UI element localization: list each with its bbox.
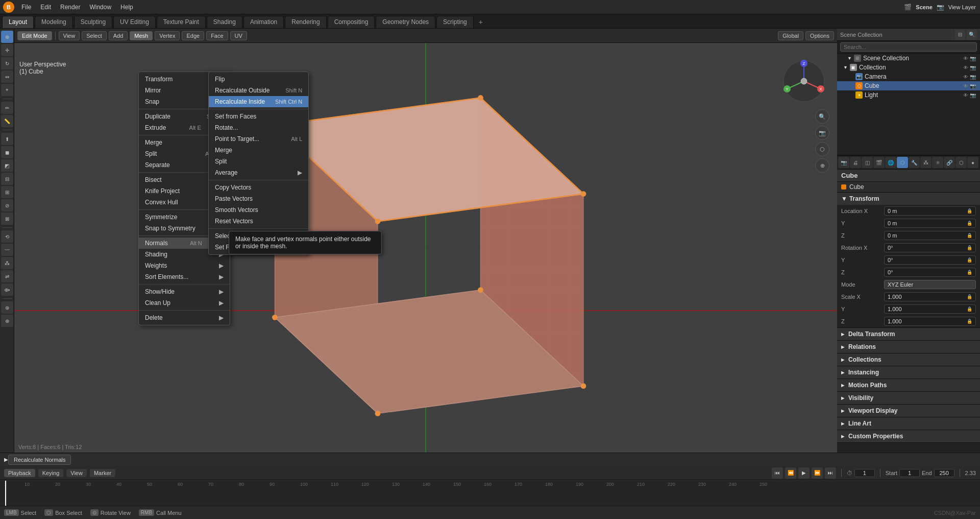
props-tab-view-layer[interactable]: ◫ — [862, 157, 873, 168]
submenu-reset-vectors[interactable]: Reset Vectors — [209, 216, 308, 227]
bevel-tool[interactable]: ◩ — [1, 159, 13, 172]
submenu-split-normals[interactable]: Split — [209, 156, 308, 167]
shear-tool[interactable]: ⟴ — [1, 284, 13, 296]
submenu-point-to-target[interactable]: Point to Target... Alt L — [209, 133, 308, 145]
transform-space-dropdown[interactable]: Global — [778, 31, 803, 40]
viewport-display-header[interactable]: Viewport Display — [837, 405, 980, 417]
annotate-tool[interactable]: ✏ — [1, 102, 13, 114]
location-x-lock[interactable]: 🔒 — [967, 208, 972, 214]
outliner-item-cube[interactable]: ⬡ Cube 👁 📷 — [837, 81, 980, 90]
menu-help[interactable]: Help — [116, 2, 137, 12]
outliner-search-btn[interactable]: 🔍 — [967, 30, 977, 40]
perspective-toggle[interactable]: ⬡ — [815, 142, 829, 156]
tab-rendering[interactable]: Rendering — [285, 16, 326, 28]
step-back-btn[interactable]: ⏪ — [785, 467, 796, 479]
header-uv[interactable]: UV — [230, 31, 247, 40]
props-tab-scene[interactable]: 🎬 — [873, 157, 885, 168]
header-vertex[interactable]: Vertex — [155, 31, 180, 40]
instancing-header[interactable]: Instancing — [837, 366, 980, 379]
push-pull-tool[interactable]: ⊕ — [1, 315, 13, 327]
spin-tool[interactable]: ⟲ — [1, 230, 13, 243]
props-tab-physics[interactable]: ⚛ — [932, 157, 943, 168]
submenu-rotate[interactable]: Rotate... — [209, 122, 308, 133]
scale-y-value[interactable]: 1.000 🔒 — [884, 304, 976, 314]
scale-z-value[interactable]: 1.000 🔒 — [884, 317, 976, 326]
transform-section-header[interactable]: ▼ Transform — [837, 193, 980, 205]
view-layer-label[interactable]: View Layer — [948, 4, 976, 10]
cube-render-toggle[interactable]: 📷 — [970, 83, 976, 89]
props-tab-render[interactable]: 📷 — [838, 157, 849, 168]
measure-tool[interactable]: 📏 — [1, 115, 13, 127]
outliner-item-collection[interactable]: ▼ ▣ Collection 👁 📷 — [837, 63, 980, 72]
slide-relax-tool[interactable]: ⇌ — [1, 270, 13, 282]
menu-sort-elements[interactable]: Sort Elements... ▶ — [139, 271, 230, 282]
scale-x-lock[interactable]: 🔒 — [967, 294, 972, 299]
navigation-gizmo[interactable]: Z X Y — [781, 58, 827, 104]
tab-sculpting[interactable]: Sculpting — [74, 16, 112, 28]
light-vis-toggle[interactable]: 👁 — [963, 92, 968, 98]
shrink-fatten-tool[interactable]: ⊛ — [1, 301, 13, 314]
loop-cut-tool[interactable]: ⊟ — [1, 173, 13, 185]
rotation-z-lock[interactable]: 🔒 — [967, 270, 972, 275]
rotation-y-value[interactable]: 0° 🔒 — [884, 255, 976, 265]
timeline-playhead[interactable] — [5, 481, 6, 506]
scene-label[interactable]: Scene — [916, 4, 932, 10]
current-frame-input[interactable] — [854, 469, 875, 477]
menu-show-hide[interactable]: Show/Hide ▶ — [139, 286, 230, 297]
offset-tool[interactable]: ⊞ — [1, 186, 13, 198]
end-frame-input[interactable] — [934, 469, 954, 477]
header-select[interactable]: Select — [82, 31, 107, 40]
props-tab-object[interactable]: ⬡ — [897, 157, 908, 168]
edit-mode-dropdown[interactable]: Edit Mode — [17, 31, 52, 40]
camera-render-toggle[interactable]: 📷 — [970, 74, 976, 80]
keying-btn[interactable]: Keying — [38, 469, 64, 477]
collection-vis-toggle[interactable]: 👁 — [963, 65, 968, 70]
props-tab-material[interactable]: ● — [967, 157, 978, 168]
submenu-recalculate-outside[interactable]: Recalculate Outside Shift N — [209, 85, 308, 96]
menu-file[interactable]: File — [17, 2, 35, 12]
delta-transform-header[interactable]: Delta Transform — [837, 328, 980, 340]
motion-paths-header[interactable]: Motion Paths — [837, 379, 980, 391]
collections-header[interactable]: Collections — [837, 353, 980, 366]
menu-weights[interactable]: Weights ▶ — [139, 260, 230, 271]
blender-logo[interactable]: B — [3, 2, 14, 13]
render-toggle[interactable]: 📷 — [970, 56, 976, 61]
zoom-in-btn[interactable]: 🔍 — [815, 109, 829, 124]
randomize-tool[interactable]: ⁂ — [1, 257, 13, 269]
play-btn[interactable]: ▶ — [798, 467, 810, 479]
knife-tool[interactable]: ⊘ — [1, 199, 13, 211]
header-edge[interactable]: Edge — [182, 31, 204, 40]
props-tab-particles[interactable]: ⁂ — [920, 157, 932, 168]
rotation-z-value[interactable]: 0° 🔒 — [884, 268, 976, 277]
inset-tool[interactable]: ◼ — [1, 146, 13, 158]
rotation-mode-dropdown[interactable]: XYZ Euler — [884, 280, 976, 289]
submenu-flip[interactable]: Flip — [209, 74, 308, 85]
tab-compositing[interactable]: Compositing — [328, 16, 375, 28]
line-art-header[interactable]: Line Art — [837, 417, 980, 430]
location-z-value[interactable]: 0 m 🔒 — [884, 231, 976, 240]
tab-geometry-nodes[interactable]: Geometry Nodes — [376, 16, 435, 28]
transform-tool[interactable]: ⌖ — [1, 84, 13, 96]
visibility-toggle[interactable]: 👁 — [963, 56, 968, 61]
camera-view-btn[interactable]: 📷 — [815, 126, 829, 140]
smooth-tool[interactable]: 〰 — [1, 244, 13, 256]
menu-delete[interactable]: Delete ▶ — [139, 312, 230, 323]
header-face[interactable]: Face — [206, 31, 228, 40]
step-forward-btn[interactable]: ⏩ — [812, 467, 823, 479]
collection-render-toggle[interactable]: 📷 — [970, 65, 976, 70]
props-tab-world[interactable]: 🌐 — [885, 157, 896, 168]
submenu-paste-vectors[interactable]: Paste Vectors — [209, 193, 308, 204]
tab-animation[interactable]: Animation — [243, 16, 284, 28]
scale-z-lock[interactable]: 🔒 — [967, 319, 972, 324]
header-mesh[interactable]: Mesh — [130, 31, 153, 40]
camera-vis-toggle[interactable]: 👁 — [963, 74, 968, 80]
object-name-field[interactable]: Cube — [837, 170, 980, 182]
jump-start-btn[interactable]: ⏮ — [772, 467, 783, 479]
tab-layout[interactable]: Layout — [2, 16, 34, 28]
tab-texture-paint[interactable]: Texture Paint — [157, 16, 206, 28]
header-view[interactable]: View — [59, 31, 80, 40]
relations-header[interactable]: Relations — [837, 341, 980, 353]
location-z-lock[interactable]: 🔒 — [967, 233, 972, 238]
props-tab-constraints[interactable]: 🔗 — [944, 157, 955, 168]
submenu-average[interactable]: Average ▶ — [209, 167, 308, 178]
